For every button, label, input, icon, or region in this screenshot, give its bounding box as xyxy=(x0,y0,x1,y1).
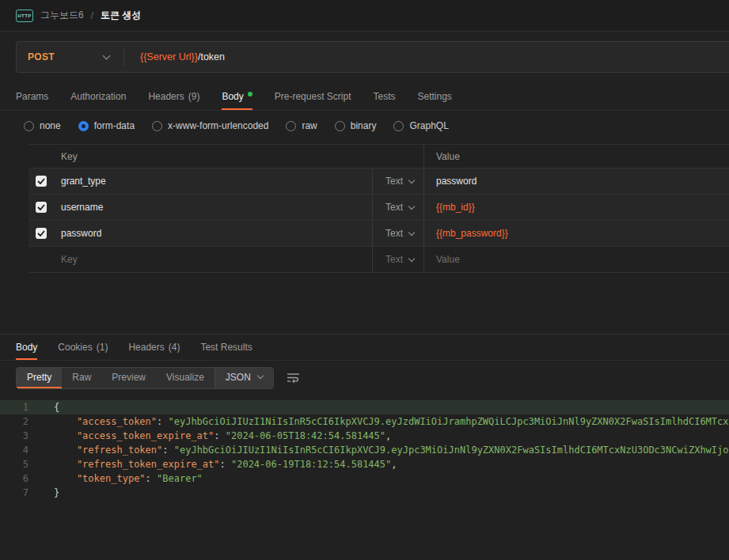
value-cell[interactable]: password xyxy=(424,168,729,194)
key-cell[interactable]: grant_type xyxy=(54,168,372,194)
json-string: "eyJhbGciOiJIUzI1NiIsInR5cCI6IkpXVCJ9.ey… xyxy=(174,445,729,456)
chevron-down-icon xyxy=(103,52,111,60)
radio-icon xyxy=(335,121,345,131)
response-view-switcher: Pretty Raw Preview Visualize JSON xyxy=(16,367,274,389)
line-number: 1 xyxy=(0,400,40,414)
key-cell[interactable]: username xyxy=(54,195,372,220)
radio-icon xyxy=(24,121,34,131)
chevron-down-icon xyxy=(408,202,415,209)
type-dropdown[interactable]: Text xyxy=(372,168,424,194)
body-modified-dot-icon xyxy=(248,92,252,96)
chevron-down-icon xyxy=(408,176,415,183)
url-input[interactable]: {{Server Url}}/token xyxy=(124,51,225,62)
view-tab-visualize[interactable]: Visualize xyxy=(156,368,215,388)
view-tab-raw[interactable]: Raw xyxy=(62,368,101,388)
url-variable: {{Server Url}} xyxy=(140,51,198,62)
value-cell[interactable]: {{mb_password}} xyxy=(424,221,729,246)
breadcrumb-separator: / xyxy=(91,10,93,21)
json-token: } xyxy=(54,487,59,498)
body-type-form-data[interactable]: form-data xyxy=(78,120,135,131)
line-number: 6 xyxy=(0,471,40,486)
json-string: "eyJhbGciOiJIUzI1NiIsInR5cCI6IkpXVCJ9.ey… xyxy=(169,416,729,427)
line-number: 2 xyxy=(0,414,40,429)
value-column-header: Value xyxy=(424,145,729,168)
code-line: 5 "refresh_token_expire_at": "2024-06-19… xyxy=(0,457,729,471)
json-key: "refresh_token_expire_at" xyxy=(54,459,220,470)
json-string: "2024-06-19T18:12:54.581445" xyxy=(231,459,391,470)
key-cell[interactable]: password xyxy=(54,221,372,246)
response-body-viewer[interactable]: 1 { 2 "access_token": "eyJhbGciOiJIUzI1N… xyxy=(0,395,729,560)
json-key: "access_token_expire_at" xyxy=(54,430,214,441)
table-header-row: Key Value xyxy=(28,145,729,168)
body-type-selector: none form-data x-www-form-urlencoded raw… xyxy=(0,111,729,139)
chevron-down-icon xyxy=(257,373,264,379)
tab-settings[interactable]: Settings xyxy=(418,82,452,110)
wrap-text-button[interactable] xyxy=(285,370,302,385)
body-type-raw[interactable]: raw xyxy=(286,120,317,131)
table-row-placeholder: Key Text Value xyxy=(28,247,729,273)
wrap-text-icon xyxy=(287,372,300,384)
code-line: 6 "token_type": "Bearer" xyxy=(0,471,729,486)
key-cell[interactable]: Key xyxy=(54,247,372,272)
value-cell[interactable]: Value xyxy=(424,247,729,272)
app-root: HTTP 그누보드6 / 토큰 생성 POST {{Server Url}}/t… xyxy=(0,0,729,560)
form-data-table: Key Value grant_type Text password usern… xyxy=(28,144,729,273)
radio-icon xyxy=(152,121,162,131)
tab-tests[interactable]: Tests xyxy=(373,82,395,110)
response-tab-body[interactable]: Body xyxy=(16,335,37,360)
tab-pre-request-script[interactable]: Pre-request Script xyxy=(275,82,351,110)
http-request-icon: HTTP xyxy=(16,9,33,22)
view-tab-pretty[interactable]: Pretty xyxy=(17,368,62,388)
response-toolbar: Pretty Raw Preview Visualize JSON xyxy=(0,361,729,395)
request-tabs: Params Authorization Headers(9) Body Pre… xyxy=(0,82,729,111)
url-path: /token xyxy=(198,51,225,62)
radio-icon xyxy=(286,121,296,131)
row-checkbox[interactable] xyxy=(36,176,47,187)
value-cell[interactable]: {{mb_id}} xyxy=(424,195,729,220)
response-tab-cookies[interactable]: Cookies(1) xyxy=(58,335,108,360)
response-tab-headers[interactable]: Headers(4) xyxy=(128,335,180,360)
headers-count: (9) xyxy=(188,91,200,102)
request-url-row: POST {{Server Url}}/token xyxy=(0,32,729,82)
row-checkbox[interactable] xyxy=(36,202,47,213)
table-row: username Text {{mb_id}} xyxy=(28,195,729,221)
body-type-none[interactable]: none xyxy=(24,120,61,131)
json-key: "access_token" xyxy=(54,416,157,427)
body-type-binary[interactable]: binary xyxy=(335,120,377,131)
json-key: "refresh_token" xyxy=(54,445,162,456)
row-checkbox[interactable] xyxy=(36,228,47,239)
table-row: password Text {{mb_password}} xyxy=(28,221,729,247)
view-tab-preview[interactable]: Preview xyxy=(101,368,156,388)
code-line: 2 "access_token": "eyJhbGciOiJIUzI1NiIsI… xyxy=(0,414,729,429)
code-line: 3 "access_token_expire_at": "2024-06-05T… xyxy=(0,429,729,443)
method-selector[interactable]: POST xyxy=(17,42,123,72)
key-column-header: Key xyxy=(54,145,372,168)
json-string: "2024-06-05T18:42:54.581445" xyxy=(226,430,385,441)
line-number: 4 xyxy=(0,443,40,457)
format-dropdown[interactable]: JSON xyxy=(215,368,273,388)
body-type-x-www-form-urlencoded[interactable]: x-www-form-urlencoded xyxy=(152,120,268,131)
json-key: "token_type" xyxy=(54,473,146,484)
radio-icon xyxy=(393,121,404,131)
line-number: 5 xyxy=(0,457,40,471)
tab-body[interactable]: Body xyxy=(222,82,252,110)
request-title: 토큰 생성 xyxy=(101,9,141,22)
code-line: 1 { xyxy=(0,400,729,414)
type-dropdown[interactable]: Text xyxy=(372,195,424,220)
json-token: { xyxy=(54,402,59,413)
url-bar: POST {{Server Url}}/token xyxy=(16,41,729,73)
breadcrumb-collection: 그누보드6 xyxy=(40,9,84,22)
chevron-down-icon xyxy=(408,255,415,261)
tab-authorization[interactable]: Authorization xyxy=(70,82,126,110)
type-dropdown[interactable]: Text xyxy=(372,221,424,246)
radio-checked-icon xyxy=(78,121,89,131)
tab-headers[interactable]: Headers(9) xyxy=(148,82,199,110)
breadcrumb: HTTP 그누보드6 / 토큰 생성 xyxy=(0,0,729,32)
code-line: 7 } xyxy=(0,486,729,500)
type-dropdown[interactable]: Text xyxy=(372,247,424,272)
json-string: "Bearer" xyxy=(157,473,203,484)
line-number: 3 xyxy=(0,429,40,443)
tab-params[interactable]: Params xyxy=(16,82,48,110)
body-type-graphql[interactable]: GraphQL xyxy=(393,120,448,131)
response-tab-test-results[interactable]: Test Results xyxy=(200,335,252,360)
